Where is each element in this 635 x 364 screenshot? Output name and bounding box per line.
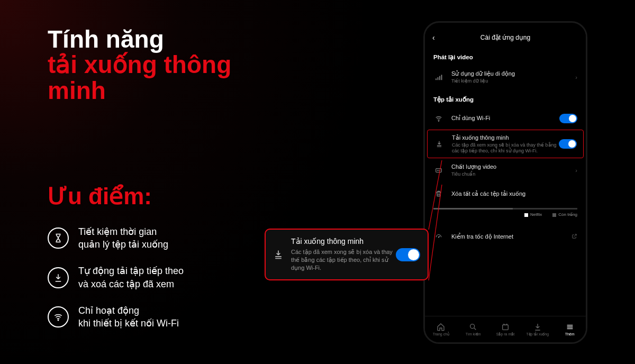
delete-all-title: Xóa tất cả các tệp tải xuống — [451, 190, 577, 197]
external-link-icon — [572, 233, 577, 240]
storage-netflix-label: Netflix — [524, 212, 542, 217]
nav-search[interactable]: Tìm kiếm — [457, 316, 489, 342]
feature-text: Chỉ hoạt độngkhi thiết bị kết nối Wi-Fi — [78, 304, 179, 330]
svg-rect-2 — [438, 77, 439, 80]
chevron-right-icon: › — [575, 74, 577, 80]
features-list: Tiết kiệm thời gianquản lý tệp tải xuống… — [48, 225, 275, 330]
nav-coming-soon[interactable]: Sắp ra mắt — [489, 316, 522, 342]
video-quality-sub: Tiêu chuẩn — [451, 171, 575, 177]
video-quality-title: Chất lượng video — [451, 163, 575, 170]
speedometer-icon — [433, 233, 444, 240]
wifi-only-title: Chỉ dùng Wi-Fi — [451, 115, 559, 122]
smart-download-highlight: Tải xuống thông minh Các tập đã xem xong… — [427, 130, 584, 159]
hourglass-icon — [48, 228, 69, 249]
data-usage-row[interactable]: Sử dụng dữ liệu di động Tiết kiệm dữ liệ… — [425, 65, 586, 89]
smart-download-callout: Tải xuống thông minh Các tập đã xem xong… — [265, 229, 429, 280]
data-usage-title: Sử dụng dữ liệu di động — [451, 70, 575, 77]
download-stack-icon — [434, 140, 444, 148]
svg-point-8 — [470, 324, 475, 328]
wifi-only-row[interactable]: Chỉ dùng Wi-Fi — [425, 107, 586, 130]
nav-more[interactable]: Thêm — [554, 316, 586, 342]
callout-title: Tải xuống thông minh — [291, 237, 396, 245]
smart-download-row[interactable]: Tải xuống thông minh Các tập đã xem xong… — [428, 130, 583, 158]
section-downloads: Tệp tải xuống — [425, 89, 586, 107]
trash-icon — [433, 190, 444, 197]
advantages-heading: Ưu điểm: — [48, 183, 275, 210]
chevron-right-icon: › — [575, 167, 577, 174]
feature-item: Tự động tải tập tiếp theovà xoá các tập … — [48, 265, 275, 290]
nav-home[interactable]: Trang chủ — [425, 316, 457, 342]
nav-downloads[interactable]: Tệp tải xuống — [521, 316, 554, 342]
internet-speed-row[interactable]: Kiểm tra tốc độ Internet — [425, 226, 586, 247]
back-icon[interactable]: ‹ — [432, 33, 435, 42]
svg-rect-1 — [436, 78, 437, 80]
internet-speed-title: Kiểm tra tốc độ Internet — [451, 233, 572, 240]
smart-dl-sub: Các tập đã xem xong sẽ bị xóa và thay th… — [452, 142, 559, 154]
smart-dl-toggle[interactable] — [559, 139, 577, 149]
video-quality-row[interactable]: Chất lượng video Tiêu chuẩn › — [425, 158, 586, 183]
download-stack-icon — [273, 249, 284, 260]
callout-toggle[interactable] — [396, 248, 420, 261]
wifi-only-toggle[interactable] — [559, 114, 577, 123]
svg-rect-3 — [439, 76, 440, 80]
delete-all-row[interactable]: Xóa tất cả các tệp tải xuống — [425, 183, 586, 205]
svg-point-7 — [438, 237, 439, 238]
feature-text: Tiết kiệm thời gianquản lý tệp tải xuống — [78, 225, 168, 251]
svg-point-5 — [438, 121, 439, 121]
phone-header: ‹ Cài đặt ứng dụng — [425, 28, 586, 47]
svg-rect-9 — [503, 325, 509, 330]
header-title: Cài đặt ứng dụng — [480, 34, 530, 41]
smart-dl-title: Tải xuống thông minh — [452, 134, 559, 141]
wifi-icon — [48, 306, 69, 327]
signal-icon — [433, 74, 444, 81]
storage-bar: Netflix Còn trống — [425, 208, 586, 217]
phone-mockup: ‹ Cài đặt ứng dụng Phát lại video Sử dụn… — [423, 21, 587, 344]
quality-icon — [433, 167, 444, 174]
feature-text: Tự động tải tập tiếp theovà xoá các tập … — [78, 265, 184, 290]
data-usage-sub: Tiết kiệm dữ liệu — [451, 78, 575, 84]
title-line2: tải xuống thông minh — [48, 52, 275, 103]
title-line1: Tính năng — [48, 26, 275, 52]
storage-free-label: Còn trống — [552, 212, 577, 217]
download-icon — [48, 267, 69, 288]
svg-point-0 — [58, 320, 59, 321]
section-playback: Phát lại video — [425, 47, 586, 65]
feature-item: Chỉ hoạt độngkhi thiết bị kết nối Wi-Fi — [48, 304, 275, 330]
feature-item: Tiết kiệm thời gianquản lý tệp tải xuống — [48, 225, 275, 251]
svg-rect-4 — [441, 75, 442, 80]
bottom-nav: Trang chủ Tìm kiếm Sắp ra mắt Tệp tải xu… — [425, 316, 586, 342]
callout-sub: Các tập đã xem xong sẽ bị xóa và thay th… — [291, 248, 396, 272]
wifi-icon — [433, 115, 444, 122]
